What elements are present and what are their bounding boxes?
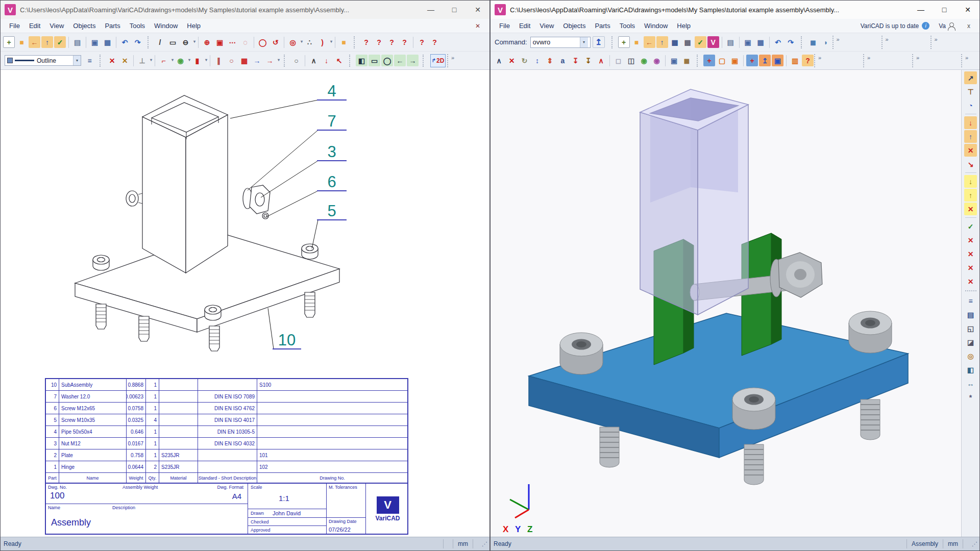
- view-box-icon[interactable]: ▣: [729, 55, 741, 66]
- drawing-canvas-2d[interactable]: 4 7 3 6 5 10 10SubAssembly0.88681S1007Wa…: [1, 70, 489, 537]
- bom-table-icon[interactable]: ▤: [964, 308, 977, 321]
- toolbar-overflow[interactable]: »: [930, 36, 977, 49]
- rectangle-icon[interactable]: ▭: [167, 36, 179, 48]
- model-canvas-3d[interactable]: X Y Z: [491, 70, 961, 537]
- snap-corner-icon[interactable]: ↖: [333, 55, 345, 66]
- copy-block-icon[interactable]: →▾: [264, 55, 276, 66]
- mirror-icon[interactable]: ∥: [213, 55, 225, 66]
- section-view-icon[interactable]: ◧: [964, 363, 977, 376]
- polyline-icon[interactable]: ∧: [308, 55, 320, 66]
- resize-grip[interactable]: ⋰: [972, 541, 976, 547]
- circle-holes-icon[interactable]: ◎▾: [287, 36, 299, 48]
- ellipse-tool-icon[interactable]: ○: [290, 55, 302, 66]
- close-button[interactable]: ✕: [956, 1, 979, 19]
- attributes-palette-icon-dropdown[interactable]: ▾: [188, 58, 190, 62]
- insert-box-icon[interactable]: ▣: [214, 36, 226, 48]
- document-close-icon[interactable]: ✕: [470, 22, 485, 30]
- titlebar-2d[interactable]: V C:\Users\leos\AppData\Roaming\VariCAD\…: [1, 1, 489, 19]
- menu-file[interactable]: File: [5, 20, 24, 31]
- menu-edit[interactable]: Edit: [514, 20, 535, 31]
- anchor-icon[interactable]: ↧: [570, 55, 581, 66]
- snap-down-icon[interactable]: ↓: [321, 55, 332, 66]
- select-points-icon[interactable]: ∧: [595, 55, 607, 66]
- copy-paste-icon[interactable]: ▦: [755, 36, 767, 48]
- maximize-button[interactable]: □: [443, 1, 466, 19]
- assembly-break-icon[interactable]: ✕: [964, 234, 977, 246]
- zoom-back-icon[interactable]: ←: [394, 55, 406, 66]
- delete-solid-icon[interactable]: ✕: [506, 55, 518, 66]
- save-check-icon[interactable]: ✓: [695, 36, 706, 48]
- copy-solid-icon[interactable]: ▣: [668, 55, 680, 66]
- palette-alt-icon[interactable]: ◉: [651, 55, 663, 66]
- measure-layers-icon[interactable]: ?: [399, 36, 410, 48]
- chevron-down-icon[interactable]: ▾: [73, 56, 81, 65]
- menu-window[interactable]: Window: [150, 20, 182, 31]
- switch-2d-3d-button[interactable]: ↱2D: [430, 54, 446, 67]
- close-button[interactable]: ✕: [466, 1, 489, 19]
- view-frame-icon[interactable]: ▣: [772, 55, 783, 66]
- solid-box-icon[interactable]: ◼: [807, 36, 819, 48]
- trim-icon[interactable]: ⊥▾: [136, 55, 148, 66]
- menu-edit[interactable]: Edit: [24, 20, 45, 31]
- toolbar-overflow[interactable]: »: [912, 54, 961, 67]
- menu-parts[interactable]: Parts: [590, 20, 615, 31]
- menu-objects[interactable]: Objects: [68, 20, 100, 31]
- menu-objects[interactable]: Objects: [558, 20, 590, 31]
- redo-icon[interactable]: ↷: [132, 36, 143, 48]
- info-icon[interactable]: i: [922, 22, 929, 30]
- assembly-check-icon[interactable]: ✓: [964, 220, 977, 233]
- solid-library-icon[interactable]: ◼: [681, 55, 693, 66]
- zoom-forward-icon[interactable]: →: [407, 55, 419, 66]
- object-info-icon[interactable]: ?: [416, 36, 428, 48]
- arc-icon[interactable]: )▾: [316, 36, 328, 48]
- view-update-icon[interactable]: +: [746, 55, 758, 66]
- menu-window[interactable]: Window: [640, 20, 672, 31]
- copy-paste-icon[interactable]: ▦: [102, 36, 113, 48]
- modeling-tools-icon[interactable]: ⊤: [964, 85, 977, 98]
- copy-icon[interactable]: ▣: [742, 36, 754, 48]
- delete-solid-file-icon[interactable]: ✕: [964, 144, 977, 157]
- command-run-icon[interactable]: ↥: [593, 36, 605, 48]
- new-file-icon[interactable]: +: [618, 36, 630, 48]
- center-cross-icon[interactable]: ⊕: [201, 36, 213, 48]
- user-icon[interactable]: [947, 22, 955, 30]
- view-add-icon[interactable]: +: [703, 55, 715, 66]
- menu-view[interactable]: View: [535, 20, 558, 31]
- assembly-break-3-icon[interactable]: ✕: [964, 261, 977, 274]
- minimize-button[interactable]: —: [419, 1, 443, 19]
- trim-icon-dropdown[interactable]: ▾: [150, 58, 152, 62]
- fillet-icon-dropdown[interactable]: ▾: [172, 58, 174, 62]
- select-solid-icon[interactable]: ∧: [493, 55, 505, 66]
- import-icon[interactable]: ←: [29, 36, 40, 48]
- open-drawing-icon[interactable]: ■: [16, 36, 28, 48]
- copy-block-icon-dropdown[interactable]: ▾: [278, 58, 280, 62]
- command-input[interactable]: [531, 37, 580, 47]
- layers-icon[interactable]: ≡: [84, 55, 95, 66]
- line-color-swatch[interactable]: [7, 58, 13, 63]
- line-icon[interactable]: /: [154, 36, 166, 48]
- delete-select-icon[interactable]: ✕: [119, 55, 131, 66]
- view-iso-icon[interactable]: ◪: [964, 336, 977, 348]
- points-icon[interactable]: ∴: [304, 36, 315, 48]
- titlebar-3d[interactable]: V C:\Users\leos\AppData\Roaming\VariCAD\…: [491, 1, 979, 19]
- delete-icon[interactable]: ✕: [106, 55, 118, 66]
- circle-axis-icon-dropdown[interactable]: ▾: [193, 39, 195, 44]
- fillet-icon[interactable]: ⌐▾: [158, 55, 169, 66]
- menu-help[interactable]: Help: [672, 20, 695, 31]
- minimize-button[interactable]: —: [909, 1, 933, 19]
- circle-dashed-icon[interactable]: ◌: [239, 36, 251, 48]
- zoom-page-icon[interactable]: ◧: [356, 55, 368, 66]
- circle-axis-icon[interactable]: ⊖▾: [180, 36, 191, 48]
- delete-note-icon[interactable]: ✕: [964, 203, 977, 215]
- toolbar-overflow[interactable]: »: [832, 36, 881, 49]
- menu-view[interactable]: View: [45, 20, 68, 31]
- orbit-view-icon[interactable]: ◔: [964, 99, 977, 112]
- axis-dots-icon[interactable]: ⋯: [227, 36, 238, 48]
- insert-file-icon[interactable]: ↑: [656, 36, 668, 48]
- open-model-icon[interactable]: ↗: [964, 71, 977, 84]
- rotate-solid-icon[interactable]: ↻: [519, 55, 530, 66]
- settings-icon[interactable]: *: [964, 391, 977, 404]
- replace-solid-icon[interactable]: ↘: [964, 158, 977, 170]
- shaded-solid-icon[interactable]: ◻: [612, 55, 624, 66]
- toolbar-overflow[interactable]: »: [447, 54, 489, 67]
